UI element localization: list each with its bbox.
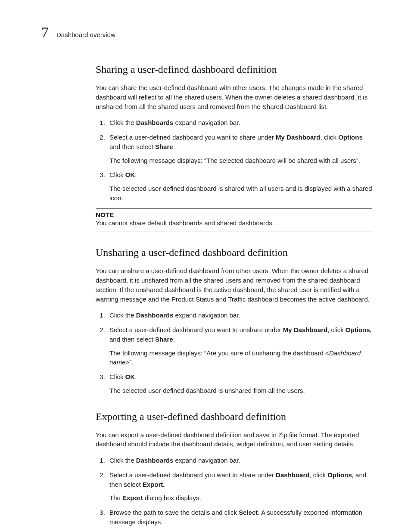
- step-subtext: The following message displays: “The sel…: [109, 156, 372, 165]
- section-heading-unsharing: Unsharing a user-defined dashboard defin…: [96, 247, 372, 258]
- steps-unsharing: Click the Dashboards expand navigation b…: [96, 311, 372, 395]
- step-text: Select a user-defined dashboard you want…: [109, 326, 283, 333]
- step-text: expand navigation bar.: [173, 311, 240, 319]
- note-label: NOTE: [96, 211, 372, 218]
- bold-export: Export.: [143, 481, 165, 488]
- step-text: .: [135, 171, 137, 178]
- intro-unsharing: You can unshare a user-defined dashboard…: [96, 266, 372, 304]
- step-item: Select a user-defined dashboard you want…: [107, 470, 372, 503]
- section-heading-exporting: Exporting a user-defined dashboard defin…: [96, 411, 372, 423]
- step-text: and then select: [109, 143, 155, 150]
- step-subtext: The Export dialog box displays.: [109, 493, 372, 503]
- step-text: .: [135, 373, 137, 380]
- intro-exporting: You can export a user-defined dashboard …: [96, 430, 372, 449]
- step-text: Click: [109, 171, 125, 178]
- bold-options: Options,: [327, 471, 354, 479]
- intro-sharing: You can share the user-defined dashboard…: [96, 83, 372, 111]
- step-text: .: [173, 143, 175, 150]
- bold-export: Export: [122, 494, 143, 501]
- section-heading-sharing: Sharing a user-defined dashboard definit…: [96, 64, 372, 75]
- step-text: , click: [320, 134, 338, 141]
- step-text: , click: [327, 326, 346, 333]
- step-text: dialog box displays.: [143, 494, 201, 501]
- bold-options: Options: [338, 134, 363, 141]
- step-subtext: The selected user-defined dashboard is s…: [109, 184, 372, 203]
- step-item: Click the Dashboards expand navigation b…: [107, 118, 372, 128]
- step-text: Select a user-defined dashboard you want…: [109, 134, 276, 141]
- step-text: Click the: [109, 119, 136, 126]
- chapter-number: 7: [41, 25, 49, 40]
- step-item: Select a user-defined dashboard you want…: [107, 133, 372, 165]
- step-item: Select a user-defined dashboard you want…: [107, 325, 372, 367]
- bold-options: Options,: [346, 326, 372, 333]
- step-text: , click: [309, 471, 327, 479]
- steps-sharing: Click the Dashboards expand navigation b…: [96, 118, 372, 202]
- section-exporting: Exporting a user-defined dashboard defin…: [96, 411, 372, 527]
- step-text: expand navigation bar.: [173, 457, 240, 464]
- bold-dashboards: Dashboards: [136, 311, 174, 319]
- bold-my-dashboard: My Dashboard: [283, 326, 327, 333]
- note-text: You cannot share default dashboards and …: [96, 218, 372, 228]
- bold-dashboards: Dashboards: [136, 457, 174, 464]
- bold-ok: OK: [125, 171, 135, 178]
- section-sharing: Sharing a user-defined dashboard definit…: [96, 64, 372, 231]
- steps-exporting: Click the Dashboards expand navigation b…: [96, 456, 372, 527]
- step-subtext: The following message displays: “Are you…: [109, 348, 372, 367]
- note-block: NOTE You cannot share default dashboards…: [96, 208, 372, 232]
- step-text: Click the: [109, 457, 136, 464]
- step-text: The following message displays: “Are you…: [109, 349, 329, 357]
- step-item: Click OK. The selected user-defined dash…: [107, 170, 372, 202]
- step-text: Click the: [109, 311, 136, 319]
- step-text: The: [109, 494, 122, 501]
- step-item: Browse the path to save the details and …: [107, 508, 372, 527]
- bold-dashboard: Dashboard: [276, 471, 309, 479]
- bold-share: Share: [155, 143, 173, 150]
- page-content: Sharing a user-defined dashboard definit…: [96, 64, 372, 527]
- step-text: Browse the path to save the details and …: [109, 509, 239, 516]
- page-header: 7 Dashboard overview: [41, 25, 372, 40]
- bold-share: Share: [155, 336, 173, 343]
- step-text: expand navigation bar.: [173, 119, 240, 126]
- bold-ok: OK: [125, 373, 135, 380]
- section-unsharing: Unsharing a user-defined dashboard defin…: [96, 247, 372, 395]
- chapter-title: Dashboard overview: [56, 31, 115, 38]
- step-item: Click the Dashboards expand navigation b…: [107, 311, 372, 320]
- page: 7 Dashboard overview Sharing a user-defi…: [0, 0, 411, 532]
- bold-my-dashboard: My Dashboard: [276, 134, 320, 141]
- step-item: Click OK. The selected user-defined dash…: [107, 372, 372, 395]
- step-text: >”.: [126, 358, 134, 366]
- step-text: Click: [109, 373, 125, 380]
- step-text: and then select: [109, 336, 155, 343]
- bold-select: Select: [239, 509, 258, 516]
- step-item: Click the Dashboards expand navigation b…: [107, 456, 372, 465]
- bold-dashboards: Dashboards: [136, 119, 174, 126]
- step-text: Select a user-defined dashboard you want…: [109, 471, 276, 479]
- step-text: .: [173, 336, 175, 343]
- step-subtext: The selected user-defined dashboard is u…: [109, 386, 372, 395]
